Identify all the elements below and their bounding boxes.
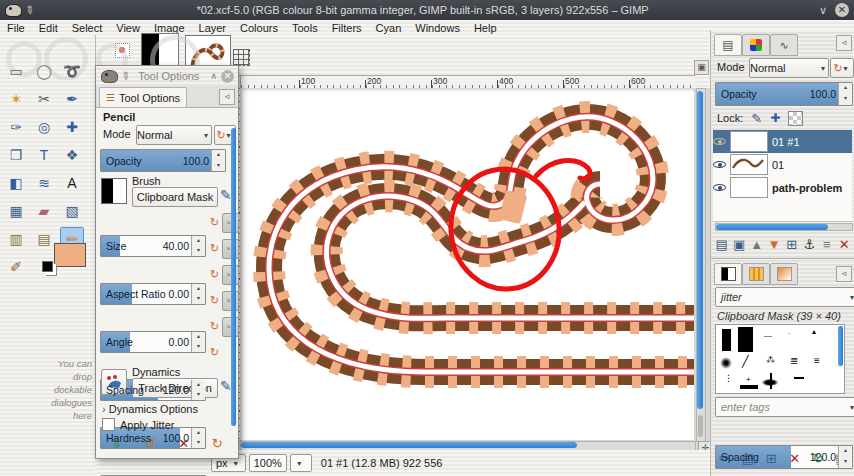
- menu-cyan[interactable]: Cyan: [369, 21, 409, 35]
- default-colors-icon[interactable]: [42, 261, 53, 272]
- opacity-spinner[interactable]: ▴▾: [211, 150, 225, 171]
- layer-opacity-spinner[interactable]: ▴▾: [838, 83, 852, 105]
- tool-paintbrush-tool[interactable]: ✐: [4, 255, 28, 279]
- dialog-close-button[interactable]: ✕: [221, 70, 234, 83]
- layer-row-01[interactable]: 01: [713, 153, 852, 177]
- tool-rectangle-select[interactable]: ▭: [4, 59, 28, 83]
- tool-crop-tool[interactable]: ❐: [4, 143, 28, 167]
- new-group-button[interactable]: ▣: [731, 235, 749, 253]
- mode-dropdown[interactable]: Normal▾: [136, 125, 212, 145]
- tab-paths[interactable]: ∿: [770, 34, 798, 56]
- menu-select[interactable]: Select: [65, 21, 110, 35]
- window-close-button[interactable]: ✕: [835, 3, 849, 17]
- tab-gradients[interactable]: [770, 263, 798, 285]
- tool-handle-transform[interactable]: ❖: [60, 143, 84, 167]
- brush-grid-scrollbar[interactable]: [838, 326, 843, 366]
- horizontal-scrollbar-thumb[interactable]: [241, 442, 577, 448]
- apply-jitter-checkbox[interactable]: [102, 418, 115, 431]
- layer-row-path-problem[interactable]: path-problem: [713, 176, 852, 200]
- brush-spacing-spinner[interactable]: ▴▾: [838, 446, 852, 468]
- slider-spinner[interactable]: ▴▾: [191, 332, 205, 352]
- menu-help[interactable]: Help: [467, 21, 504, 35]
- apply-jitter-row[interactable]: Apply Jitter: [102, 418, 174, 431]
- dialog-pin-icon[interactable]: ✎: [118, 68, 133, 84]
- layer-visibility-icon[interactable]: [713, 158, 726, 171]
- lock-position-icon[interactable]: ✚: [770, 111, 780, 125]
- opacity-slider[interactable]: Opacity 100.0 ▴▾: [100, 149, 226, 172]
- layers-hscrollbar[interactable]: [715, 223, 853, 231]
- slider-reset-icon[interactable]: ↻: [208, 292, 221, 308]
- foreground-color-swatch[interactable]: [54, 243, 86, 267]
- dynamics-edit-icon[interactable]: ✎: [220, 378, 232, 394]
- tool-cage-transform[interactable]: ▦: [4, 199, 28, 223]
- slider-spinner[interactable]: ▴▾: [191, 380, 205, 400]
- slider-reset-icon[interactable]: ↻: [208, 240, 221, 256]
- color-area[interactable]: ⇄: [50, 243, 90, 273]
- layer-row-01-1[interactable]: 01 #1: [713, 130, 852, 154]
- slider-angle[interactable]: Angle0.00▴▾: [100, 331, 206, 353]
- tool-free-select[interactable]: ➰: [60, 59, 84, 83]
- layer-visibility-icon[interactable]: [713, 181, 726, 194]
- tool-gradient-tool[interactable]: ▧: [60, 199, 84, 223]
- tool-scissors-select[interactable]: ✂: [32, 87, 56, 111]
- slider-spinner[interactable]: ▴▾: [191, 428, 205, 448]
- slider-reset-icon[interactable]: ↻: [208, 318, 221, 334]
- slider-aspect-ratio[interactable]: Aspect Ratio0.00▴▾: [100, 283, 206, 305]
- layer-opacity-slider[interactable]: Opacity 100.0 ▴▾: [715, 82, 853, 106]
- tool-move-tool[interactable]: ✚: [60, 115, 84, 139]
- tab-layers[interactable]: ▤: [714, 34, 742, 56]
- dynamics-options-expander[interactable]: › Dynamics Options: [102, 403, 198, 415]
- menu-windows[interactable]: Windows: [408, 21, 467, 35]
- slider-spinner[interactable]: ▴▾: [191, 236, 205, 256]
- menu-tools[interactable]: Tools: [285, 21, 325, 35]
- zoom-dropdown-icon[interactable]: ▾: [290, 454, 312, 472]
- slider-reset-icon[interactable]: ↻: [208, 344, 221, 360]
- tab-menu-button[interactable]: ◃: [219, 89, 235, 105]
- brush-grid[interactable]: — · ▴ ╱ ⁂ ≣ ≡ ⋮ +: [715, 324, 845, 394]
- raise-layer-button[interactable]: ▲: [748, 235, 766, 253]
- brush-thumbnail[interactable]: [101, 178, 127, 204]
- tool-text-tool[interactable]: A: [60, 171, 84, 195]
- zoom-select[interactable]: 100%: [249, 454, 287, 472]
- slider-spinner[interactable]: ▴▾: [191, 284, 205, 304]
- tab-brushes[interactable]: [714, 263, 742, 285]
- menu-colours[interactable]: Colours: [233, 21, 285, 35]
- tab-channels[interactable]: [742, 34, 770, 56]
- slider-size[interactable]: Size40.00▴▾: [100, 235, 206, 257]
- menu-filters[interactable]: Filters: [325, 21, 369, 35]
- layer-visibility-icon[interactable]: [713, 135, 726, 148]
- menu-edit[interactable]: Edit: [32, 21, 65, 35]
- duplicate-brush-button[interactable]: ⊞: [760, 449, 783, 467]
- tool-fuzzy-select[interactable]: ✶: [4, 87, 28, 111]
- brush-select-button[interactable]: Clipboard Mask: [132, 187, 218, 207]
- tool-color-picker[interactable]: ✑: [4, 115, 28, 139]
- duplicate-layer-button[interactable]: ⊞: [783, 235, 801, 253]
- tool-eraser-tool[interactable]: ▰: [32, 199, 56, 223]
- vertical-scrollbar-thumb[interactable]: [697, 91, 703, 409]
- tool-warp-transform[interactable]: ≋: [32, 171, 56, 195]
- lock-alpha-icon[interactable]: [788, 111, 803, 126]
- zoom-follow-window-button[interactable]: ▣: [694, 60, 709, 75]
- slider-reset-icon[interactable]: ↻: [208, 214, 221, 230]
- new-layer-button[interactable]: ▤: [713, 235, 731, 253]
- delete-layer-button[interactable]: ✕: [836, 235, 854, 253]
- anchor-layer-button[interactable]: ⚓: [801, 235, 819, 253]
- image-canvas[interactable]: [240, 88, 694, 440]
- tool-paths-tool[interactable]: ✒: [60, 87, 84, 111]
- menu-file[interactable]: File: [0, 21, 32, 35]
- tab-tool-options[interactable]: ☰ Tool Options: [99, 87, 187, 107]
- layers-tab-menu-button[interactable]: ◃: [836, 35, 852, 51]
- layer-mode-dropdown[interactable]: Normal▾: [749, 58, 829, 78]
- brush-tags-combo[interactable]: enter tags▾: [715, 397, 854, 417]
- dialog-collapse-icon[interactable]: ∧: [210, 71, 217, 81]
- slider-reset-icon[interactable]: ↻: [208, 266, 221, 282]
- reset-tool-button[interactable]: ↻: [205, 434, 229, 452]
- merge-layer-button[interactable]: ≡: [818, 235, 836, 253]
- window-shade-icon[interactable]: ∨: [819, 4, 827, 17]
- brush-filter-combo[interactable]: jitter▾: [715, 287, 854, 307]
- brush-edit-icon[interactable]: ✎: [220, 187, 232, 203]
- vertical-scrollbar[interactable]: [696, 88, 706, 442]
- tool-zoom-tool[interactable]: ◎: [32, 115, 56, 139]
- tool-flip-tool[interactable]: ◧: [4, 171, 28, 195]
- menu-layer[interactable]: Layer: [192, 21, 234, 35]
